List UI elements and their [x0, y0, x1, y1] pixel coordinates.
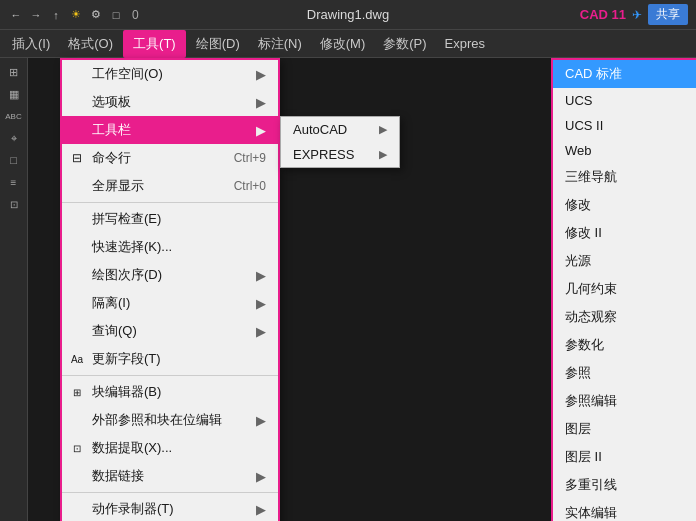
- express-arrow: ▶: [379, 148, 387, 161]
- tool-data2[interactable]: ⊡: [4, 194, 24, 214]
- menu-item-updatefield[interactable]: Aa 更新字段(T): [62, 345, 278, 373]
- menu-item-quicksel[interactable]: 快速选择(K)...: [62, 233, 278, 261]
- updatefield-icon: Aa: [68, 350, 86, 368]
- drawing-title: Drawing1.dwg: [307, 7, 389, 22]
- cad-panel-item-ucs2[interactable]: UCS II: [553, 113, 696, 138]
- forward-icon[interactable]: →: [28, 7, 44, 23]
- title-bar: ← → ↑ ☀ ⚙ □ 0 Drawing1.dwg CAD 11 ✈ 共享: [0, 0, 696, 30]
- gear-icon[interactable]: ⚙: [88, 7, 104, 23]
- actionrec-label: 动作录制器(T): [92, 500, 174, 518]
- cad-panel-item-multileader[interactable]: 多重引线: [553, 471, 696, 499]
- express-label: EXPRESS: [293, 147, 354, 162]
- fullscreen-shortcut: Ctrl+0: [234, 179, 266, 193]
- menu-express[interactable]: Expres: [437, 33, 493, 54]
- cad-panel-item-modify2[interactable]: 修改 II: [553, 219, 696, 247]
- blockedit-icon: ⊞: [68, 383, 86, 401]
- cmdline-label: 命令行: [92, 149, 131, 167]
- menu-item-cmdline[interactable]: ⊟ 命令行 Ctrl+9: [62, 144, 278, 172]
- menu-item-workspace[interactable]: 工作空间(O) ▶: [62, 60, 278, 88]
- dataextract-icon: ⊡: [68, 439, 86, 457]
- cad-panel-item-geoconstraint[interactable]: 几何约束: [553, 275, 696, 303]
- menu-item-query[interactable]: 查询(Q) ▶: [62, 317, 278, 345]
- submenu-express[interactable]: EXPRESS ▶: [281, 142, 399, 167]
- cad-panel-item-parametric[interactable]: 参数化: [553, 331, 696, 359]
- cad-panel-item-dynview[interactable]: 动态观察: [553, 303, 696, 331]
- draworder-arrow: ▶: [256, 268, 266, 283]
- isolation-arrow: ▶: [256, 296, 266, 311]
- toolbar-arrow: ▶: [256, 123, 266, 138]
- menu-item-datalink[interactable]: 数据链接 ▶: [62, 462, 278, 490]
- menu-item-xrefedit[interactable]: 外部参照和块在位编辑 ▶: [62, 406, 278, 434]
- square-icon[interactable]: □: [108, 7, 124, 23]
- cad-panel-item-nav3d[interactable]: 三维导航: [553, 163, 696, 191]
- cmdline-icon: ⊟: [68, 149, 86, 167]
- send-icon: ✈: [632, 8, 642, 22]
- workspace-label: 工作空间(O): [92, 65, 163, 83]
- sun-icon[interactable]: ☀: [68, 7, 84, 23]
- tool-data1[interactable]: ≡: [4, 172, 24, 192]
- spellcheck-label: 拼写检查(E): [92, 210, 161, 228]
- menu-item-dataextract[interactable]: ⊡ 数据提取(X)...: [62, 434, 278, 462]
- menu-item-blockedit[interactable]: ⊞ 块编辑器(B): [62, 378, 278, 406]
- cad-panel-item-modify[interactable]: 修改: [553, 191, 696, 219]
- cad-panel-item-web[interactable]: Web: [553, 138, 696, 163]
- cad-panel-item-refedit[interactable]: 参照编辑: [553, 387, 696, 415]
- counter-display: 0: [132, 8, 139, 22]
- menu-item-actionrec[interactable]: 动作录制器(T) ▶: [62, 495, 278, 521]
- autocad-arrow: ▶: [379, 123, 387, 136]
- back-icon[interactable]: ←: [8, 7, 24, 23]
- options-arrow: ▶: [256, 95, 266, 110]
- xrefedit-label: 外部参照和块在位编辑: [92, 411, 222, 429]
- submenu-autocad[interactable]: AutoCAD ▶: [281, 117, 399, 142]
- menu-item-fullscreen[interactable]: 全屏显示 Ctrl+0: [62, 172, 278, 200]
- dataextract-label: 数据提取(X)...: [92, 439, 172, 457]
- share-button[interactable]: 共享: [648, 4, 688, 25]
- cad-toolbar-panel: CAD 标准 UCS UCS II Web 三维导航 修改 修改 II 光源 几…: [551, 58, 696, 521]
- sep-1: [62, 202, 278, 203]
- menu-draw[interactable]: 绘图(D): [188, 32, 248, 56]
- menu-item-spellcheck[interactable]: 拼写检查(E): [62, 205, 278, 233]
- cmdline-shortcut: Ctrl+9: [234, 151, 266, 165]
- datalink-label: 数据链接: [92, 467, 144, 485]
- menu-format[interactable]: 格式(O): [60, 32, 121, 56]
- menu-item-draworder[interactable]: 绘图次序(D) ▶: [62, 261, 278, 289]
- cad-panel-item-reference[interactable]: 参照: [553, 359, 696, 387]
- options-label: 选项板: [92, 93, 131, 111]
- toolbar-label: 工具栏: [92, 121, 131, 139]
- left-toolbar: ⊞ ▦ ABC ⌖ □ ≡ ⊡: [0, 58, 28, 521]
- menu-mark[interactable]: 标注(N): [250, 32, 310, 56]
- actionrec-arrow: ▶: [256, 502, 266, 517]
- title-bar-center: Drawing1.dwg: [307, 7, 389, 22]
- quicksel-label: 快速选择(K)...: [92, 238, 172, 256]
- tool-abc[interactable]: ABC: [4, 106, 24, 126]
- tool-1[interactable]: ⊞: [4, 62, 24, 82]
- menu-item-options[interactable]: 选项板 ▶: [62, 88, 278, 116]
- cad-panel-item-layer[interactable]: 图层: [553, 415, 696, 443]
- fullscreen-label: 全屏显示: [92, 177, 144, 195]
- menu-item-isolation[interactable]: 隔离(I) ▶: [62, 289, 278, 317]
- blockedit-label: 块编辑器(B): [92, 383, 161, 401]
- menu-bar: 插入(I) 格式(O) 工具(T) 绘图(D) 标注(N) 修改(M) 参数(P…: [0, 30, 696, 58]
- tools-dropdown-menu: 工作空间(O) ▶ 选项板 ▶ 工具栏 ▶ ⊟ 命令行 Ctrl+9 全屏显示 …: [60, 58, 280, 521]
- query-label: 查询(Q): [92, 322, 137, 340]
- title-bar-right: CAD 11 ✈ 共享: [580, 4, 688, 25]
- menu-insert[interactable]: 插入(I): [4, 32, 58, 56]
- cad-panel-item-light[interactable]: 光源: [553, 247, 696, 275]
- cad-panel-item-solidedit[interactable]: 实体编辑: [553, 499, 696, 521]
- menu-tools[interactable]: 工具(T): [123, 30, 186, 58]
- up-icon[interactable]: ↑: [48, 7, 64, 23]
- tool-2[interactable]: ▦: [4, 84, 24, 104]
- autocad-label: AutoCAD: [293, 122, 347, 137]
- menu-params[interactable]: 参数(P): [375, 32, 434, 56]
- menu-modify[interactable]: 修改(M): [312, 32, 374, 56]
- tool-cursor[interactable]: ⌖: [4, 128, 24, 148]
- draworder-label: 绘图次序(D): [92, 266, 162, 284]
- query-arrow: ▶: [256, 324, 266, 339]
- isolation-label: 隔离(I): [92, 294, 130, 312]
- cad-panel-item-ucs[interactable]: UCS: [553, 88, 696, 113]
- cad-panel-item-standard[interactable]: CAD 标准: [553, 60, 696, 88]
- cad-panel-item-layer2[interactable]: 图层 II: [553, 443, 696, 471]
- tool-block[interactable]: □: [4, 150, 24, 170]
- menu-item-toolbar[interactable]: 工具栏 ▶: [62, 116, 278, 144]
- workspace-arrow: ▶: [256, 67, 266, 82]
